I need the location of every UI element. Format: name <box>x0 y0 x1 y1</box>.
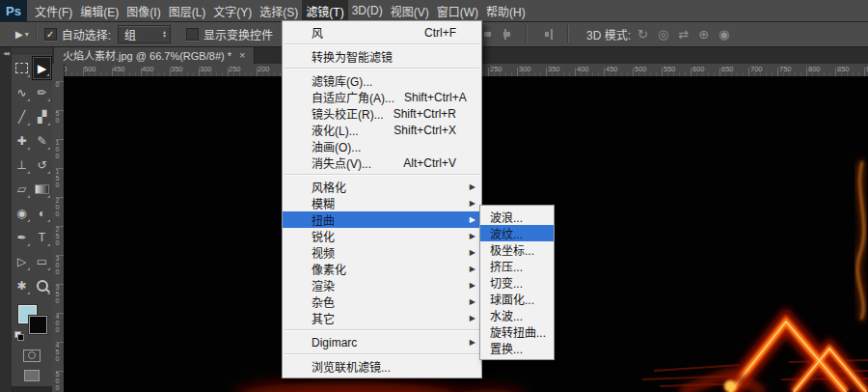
auto-select-mode-dropdown[interactable]: 组 ▲ ▼ <box>118 25 171 43</box>
filter-menu-item[interactable]: 油画(O)... <box>283 138 481 154</box>
filter-menu-item[interactable]: 转换为智能滤镜 <box>283 48 481 65</box>
clone-stamp-tool[interactable]: ⊥ <box>12 153 32 177</box>
screen-mode-button[interactable] <box>24 370 40 381</box>
filter-menu-item[interactable]: 锐化▶ <box>283 228 481 244</box>
menu-item-label: 浏览联机滤镜... <box>312 358 472 375</box>
menubar-item[interactable]: 3D(D) <box>348 0 387 21</box>
lasso-tool-icon: ∿ <box>16 86 26 99</box>
filter-menu-item[interactable]: 模糊▶ <box>283 195 481 211</box>
photoshop-window: Ps 文件(F)编辑(E)图像(I)图层(L)文字(Y)选择(S)滤镜(T)3D… <box>0 0 868 392</box>
3d-rotate-icon[interactable]: ↻ <box>637 27 648 42</box>
3d-slide-icon[interactable]: ⊕ <box>698 27 709 42</box>
align-centers-icon[interactable] <box>500 29 512 40</box>
healing-brush-tool[interactable]: ✚ <box>12 128 32 153</box>
type-tool[interactable]: T <box>32 225 52 249</box>
filter-menu-item[interactable]: 扭曲▶ <box>283 211 481 228</box>
distort-submenu-item[interactable]: 波纹... <box>480 225 554 241</box>
path-selection-tool-icon: ▷ <box>17 255 26 268</box>
distort-submenu-item[interactable]: 置换... <box>480 340 554 356</box>
hand-tool[interactable]: ✱ <box>12 273 32 297</box>
filter-menu-item[interactable]: 视频▶ <box>283 244 481 261</box>
submenu-arrow-icon: ▶ <box>470 297 475 306</box>
distort-submenu-item[interactable]: 球面化... <box>480 291 554 307</box>
menu-separator <box>285 353 479 355</box>
filter-menu-item[interactable]: 自适应广角(A)...Shift+Ctrl+A <box>283 89 481 105</box>
filter-menu-item[interactable]: 风格化▶ <box>283 179 481 195</box>
filter-menu-item[interactable]: 浏览联机滤镜... <box>283 358 481 375</box>
menubar-item[interactable]: 编辑(E) <box>76 0 122 21</box>
menubar-item[interactable]: 窗口(W) <box>433 0 482 21</box>
background-color-swatch[interactable] <box>29 316 47 334</box>
filter-menu-item[interactable]: 杂色▶ <box>283 294 481 310</box>
tool-preset-picker[interactable]: ▶ ▾ <box>15 29 29 40</box>
3d-roll-icon[interactable]: ◎ <box>658 27 668 42</box>
brush-tool[interactable]: ✎ <box>32 128 52 153</box>
show-transform-checkbox[interactable] <box>186 28 199 41</box>
shape-tool[interactable]: ▭ <box>32 249 52 273</box>
filter-menu-item[interactable]: 消失点(V)...Alt+Ctrl+V <box>283 154 481 171</box>
menubar-item[interactable]: 视图(V) <box>387 0 433 21</box>
filter-menu-item[interactable]: 镜头校正(R)...Shift+Ctrl+R <box>283 105 481 122</box>
3d-scale-icon[interactable]: ◉ <box>719 27 729 42</box>
tools-panel-grip[interactable] <box>12 46 52 54</box>
distort-submenu-item[interactable]: 旋转扭曲... <box>480 323 554 340</box>
menubar-item[interactable]: 图层(L) <box>165 0 210 21</box>
ruler-v-label: 300 <box>54 255 61 275</box>
blur-tool[interactable]: ◉ <box>12 201 32 225</box>
filter-menu-item[interactable]: 滤镜库(G)... <box>283 72 481 89</box>
distort-submenu-item[interactable]: 切变... <box>480 274 554 291</box>
document-tab[interactable]: 火焰人素材.jpg @ 66.7%(RGB/8#) * × <box>54 46 255 64</box>
menu-item-label: 滤镜库(G)... <box>312 72 472 89</box>
filter-menu-item[interactable]: Digimarc▶ <box>283 334 481 350</box>
close-icon[interactable]: × <box>239 50 245 61</box>
menubar-item[interactable]: 文件(F) <box>31 0 76 21</box>
filter-menu-item[interactable]: 像素化▶ <box>283 261 481 277</box>
eyedropper-tool[interactable]: ╱ <box>12 104 32 128</box>
crop-tool[interactable]: ▞ <box>32 104 52 128</box>
zoom-tool[interactable] <box>32 273 52 297</box>
gradient-tool[interactable] <box>32 177 52 201</box>
quick-selection-tool[interactable]: ✏ <box>32 80 52 104</box>
mode-3d-label: 3D 模式: <box>586 26 631 42</box>
menubar-item[interactable]: 文字(Y) <box>209 0 256 21</box>
menubar-item[interactable]: 图像(I) <box>122 0 164 21</box>
distribute-icon[interactable] <box>541 29 554 40</box>
history-brush-tool[interactable]: ↺ <box>32 153 52 177</box>
filter-menu-item[interactable]: 液化(L)...Shift+Ctrl+X <box>283 122 481 138</box>
default-colors-icon[interactable] <box>14 331 23 340</box>
distort-submenu-item[interactable]: 波浪... <box>480 209 554 225</box>
ruler-h-label: 600 <box>692 65 705 73</box>
distort-submenu-item[interactable]: 挤压... <box>480 258 554 274</box>
pen-tool[interactable]: ✒ <box>12 225 32 249</box>
filter-menu-item[interactable]: 其它▶ <box>283 310 481 326</box>
menubar-item[interactable]: 选择(S) <box>256 0 302 21</box>
eraser-tool-icon: ▱ <box>17 182 26 196</box>
ruler-v-label: 100 <box>54 139 61 159</box>
menu-item-shortcut: Shift+Ctrl+A <box>404 91 467 104</box>
menu-bar: Ps 文件(F)编辑(E)图像(I)图层(L)文字(Y)选择(S)滤镜(T)3D… <box>0 0 868 22</box>
filter-menu-item[interactable]: 风Ctrl+F <box>283 24 481 41</box>
quick-mask-mode-button[interactable] <box>23 350 41 362</box>
lasso-tool[interactable]: ∿ <box>12 80 32 104</box>
menubar-item[interactable]: 帮助(H) <box>482 0 529 21</box>
show-transform-label: 显示变换控件 <box>203 26 273 42</box>
move-tool[interactable]: ▶ <box>32 56 52 80</box>
3d-drag-icon[interactable]: ⇄ <box>678 27 689 42</box>
auto-select-checkbox[interactable]: ✓ <box>44 28 57 41</box>
menu-item-shortcut: Ctrl+F <box>424 26 456 40</box>
filter-menu-item[interactable]: 渲染▶ <box>283 277 481 294</box>
distort-submenu-item[interactable]: 极坐标... <box>480 241 554 258</box>
dodge-tool[interactable]: ◐ <box>32 201 52 225</box>
eraser-tool[interactable]: ▱ <box>12 177 32 201</box>
distort-submenu-item[interactable]: 水波... <box>480 307 554 323</box>
rectangular-marquee-tool[interactable] <box>12 56 32 80</box>
separator <box>567 25 569 42</box>
menu-item-label: 像素化 <box>312 261 472 277</box>
collapse-panels-button[interactable]: ◀◀ <box>0 50 12 56</box>
path-selection-tool[interactable]: ▷ <box>12 249 32 273</box>
zoom-tool-icon <box>37 280 48 292</box>
dropdown-arrows-icon: ▲ ▼ <box>162 30 167 38</box>
menubar-item[interactable]: 滤镜(T) <box>302 0 347 21</box>
tools-panel-bottom <box>12 350 52 381</box>
ruler-v-label: 250 <box>54 226 61 246</box>
